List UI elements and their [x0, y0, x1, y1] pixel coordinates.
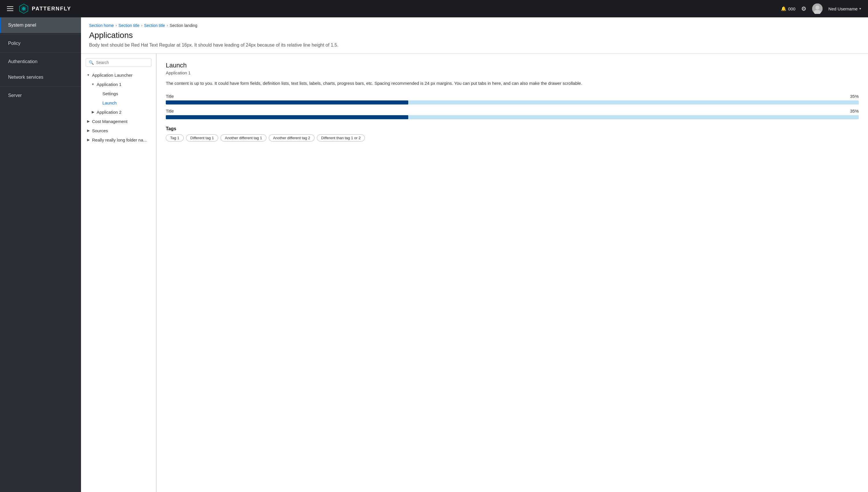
- brand-logo: PATTERNFLY: [19, 3, 71, 14]
- svg-point-4: [815, 5, 819, 9]
- tree-label-app-launcher: Application Launcher: [92, 73, 132, 78]
- sidebar-item-authentication[interactable]: Authentication: [0, 54, 81, 70]
- tags-list: Tag 1 Different tag 1 Another different …: [166, 134, 859, 142]
- sidebar: System panel Policy Authentication Netwo…: [0, 17, 81, 492]
- progress-label-1: Title: [166, 94, 174, 99]
- sidebar-item-server[interactable]: Server: [0, 88, 81, 103]
- tree-item-sources[interactable]: ▶ Sources: [81, 126, 156, 135]
- progress-track-1: [166, 100, 859, 104]
- detail-panel: Launch Application 1 The content is up t…: [156, 53, 868, 492]
- detail-body: The content is up to you. It could have …: [166, 80, 859, 87]
- breadcrumb-sep-2: ›: [141, 23, 142, 27]
- tree-label-app1: Application 1: [97, 82, 122, 87]
- user-name-label: Ned Username: [828, 6, 858, 11]
- brand-name-label: PATTERNFLY: [32, 6, 71, 12]
- chevron-down-icon: ▾: [859, 7, 861, 11]
- toggle-icon-launch: [96, 100, 101, 105]
- tree-label-cost-mgmt: Cost Management: [92, 119, 128, 124]
- toggle-icon-app2: ▶: [90, 109, 96, 115]
- progress-value-1: 35%: [850, 94, 859, 99]
- tree-label-app2: Application 2: [97, 110, 122, 115]
- progress-section: Title 35% Title 35%: [166, 94, 859, 119]
- breadcrumb-section-1[interactable]: Section title: [119, 23, 139, 28]
- tag-5: Different than tag 1 or 2: [317, 134, 365, 142]
- content-area: Section home › Section title › Section t…: [81, 17, 868, 492]
- detail-title: Launch: [166, 62, 859, 69]
- progress-value-2: 35%: [850, 108, 859, 114]
- toggle-icon-long-folder: ▶: [86, 137, 91, 142]
- tree-label-long-folder: Really really long folder na...: [92, 138, 147, 142]
- progress-row-2: Title 35%: [166, 108, 859, 119]
- tree-label-launch: Launch: [102, 100, 117, 105]
- tags-label: Tags: [166, 126, 859, 131]
- tree-nav-panel: 🔍 ▾ Application Launcher ▾ Application 1…: [81, 53, 156, 492]
- tree-label-sources: Sources: [92, 128, 108, 133]
- tags-section: Tags Tag 1 Different tag 1 Another diffe…: [166, 126, 859, 142]
- tree-item-cost-mgmt[interactable]: ▶ Cost Management: [81, 117, 156, 126]
- notification-count: 000: [788, 6, 795, 11]
- detail-subtitle: Application 1: [166, 70, 859, 75]
- patternfly-logo-icon: [19, 3, 29, 14]
- progress-fill-1: [166, 100, 408, 104]
- breadcrumb: Section home › Section title › Section t…: [89, 23, 860, 28]
- progress-row-1: Title 35%: [166, 94, 859, 104]
- toggle-icon-app1: ▾: [90, 82, 96, 87]
- tree-item-settings[interactable]: Settings: [81, 89, 156, 98]
- bell-icon: 🔔: [781, 6, 786, 11]
- breadcrumb-sep-1: ›: [116, 23, 117, 27]
- tag-2: Different tag 1: [186, 134, 218, 142]
- search-icon: 🔍: [89, 60, 94, 65]
- tree-item-launch[interactable]: Launch: [81, 98, 156, 107]
- sidebar-item-network-services[interactable]: Network services: [0, 70, 81, 85]
- search-input[interactable]: [96, 60, 148, 65]
- progress-label-2: Title: [166, 108, 174, 114]
- breadcrumb-current: Section landing: [170, 23, 197, 28]
- user-menu-button[interactable]: Ned Username ▾: [828, 6, 861, 11]
- settings-button[interactable]: ⚙: [801, 5, 807, 12]
- sidebar-item-policy[interactable]: Policy: [0, 35, 81, 51]
- toggle-icon-app-launcher: ▾: [86, 72, 91, 78]
- toggle-icon-sources: ▶: [86, 128, 91, 133]
- tag-4: Another different tag 2: [269, 134, 314, 142]
- split-panel: 🔍 ▾ Application Launcher ▾ Application 1…: [81, 53, 868, 492]
- notifications-button[interactable]: 🔔 000: [781, 6, 795, 11]
- breadcrumb-home[interactable]: Section home: [89, 23, 114, 28]
- avatar-icon: [812, 3, 823, 14]
- breadcrumb-section-2[interactable]: Section title: [144, 23, 165, 28]
- tag-3: Another different tag 1: [221, 134, 266, 142]
- progress-track-2: [166, 115, 859, 119]
- tree-item-app1[interactable]: ▾ Application 1: [81, 80, 156, 89]
- tag-1: Tag 1: [166, 134, 184, 142]
- tree-item-app2[interactable]: ▶ Application 2: [81, 107, 156, 117]
- page-title: Applications: [89, 31, 860, 40]
- sidebar-item-system-panel[interactable]: System panel: [0, 17, 81, 33]
- tree-item-app-launcher[interactable]: ▾ Application Launcher: [81, 70, 156, 80]
- toggle-icon-cost-mgmt: ▶: [86, 119, 91, 124]
- tree-label-settings: Settings: [102, 91, 118, 96]
- progress-fill-2: [166, 115, 408, 119]
- tree-item-long-folder[interactable]: ▶ Really really long folder na...: [81, 135, 156, 144]
- hamburger-menu-button[interactable]: [7, 6, 13, 11]
- tree-search-bar[interactable]: 🔍: [86, 58, 151, 67]
- page-header: Section home › Section title › Section t…: [81, 17, 868, 53]
- page-subtitle: Body text should be Red Hat Text Regular…: [89, 42, 860, 49]
- breadcrumb-sep-3: ›: [167, 23, 168, 27]
- toggle-icon-settings: [96, 91, 101, 96]
- top-navigation: PATTERNFLY 🔔 000 ⚙ Ned Username ▾: [0, 0, 868, 17]
- avatar: [812, 3, 823, 14]
